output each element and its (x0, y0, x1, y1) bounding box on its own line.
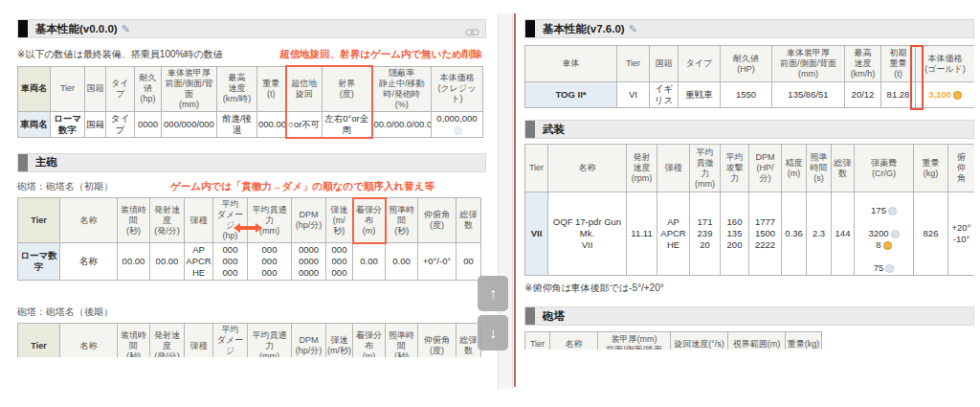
column-header: 名称 (548, 145, 627, 192)
credit-coin-icon (454, 126, 462, 135)
section-header-main-gun: 主砲 (17, 153, 486, 172)
column-header: Tier (18, 324, 60, 358)
column-header: 国籍 (85, 66, 106, 111)
scroll-down-button[interactable]: ↓ (478, 315, 508, 350)
column-header: 本体価格 (クレジット) (432, 66, 483, 111)
section-header-turret: 砲塔 (524, 306, 974, 326)
section-title: 武装 (543, 123, 565, 137)
column-header: 装填時間 (秒) (118, 324, 150, 358)
column-header: 本体価格 (ゴールド) (916, 46, 975, 82)
column-header: 重量(kg) (786, 332, 822, 350)
permalink-icon[interactable] (465, 24, 479, 41)
gun-table-early: Tier 名称 装填時間 (秒) 発射速度 (発/分) 弾種 平均 ダメージ (… (17, 197, 481, 282)
row-header: ローマ数字 (18, 243, 60, 281)
table-cell: 0.36 (782, 192, 807, 276)
ammo-cost-apcr: 3200 (868, 228, 888, 238)
turret-table: Tier 名称 装甲厚(mm) 前面/側面/後面 旋回速度(°/s) 視界範囲(… (524, 331, 822, 350)
column-header: 平均貫通力 (mm) (248, 198, 292, 243)
column-header: Tier (525, 145, 548, 192)
table-row: 車両名 ローマ数字 国籍 タイプ 0000 000/000/000 前進/後退 … (18, 111, 483, 138)
table-cell: ローマ数字 (51, 111, 85, 138)
table-cell: 11.11 (627, 192, 657, 276)
section-title: 基本性能(v7.6.0) (543, 22, 625, 36)
column-header: 照準時間 (秒) (386, 198, 418, 243)
table-cell: 144 (832, 192, 855, 276)
column-header-dispersion: 着弾分布 (m) (353, 198, 386, 243)
column-header: Tier (51, 66, 85, 111)
live-panel: 基本性能(v7.6.0) ✎ 車体 Tier 国籍 タイプ 耐久値 (HP) 車… (524, 19, 974, 350)
table-cell: 160 135 200 (721, 192, 749, 276)
column-header: 弾薬費 (Cr/G) (855, 145, 914, 192)
section-marker (18, 20, 28, 37)
scroll-up-button[interactable]: ↑ (478, 276, 508, 311)
column-header: 名称 (60, 198, 118, 243)
table-cell: 0.00 (353, 243, 386, 281)
section-header-basic-left: 基本性能(v0.0.0) ✎ (17, 19, 486, 38)
table-row: VII OQF 17-pdr Gun Mk. VII 11.11 AP APCR… (525, 192, 975, 276)
table-cell: 000 000 000 (326, 243, 353, 281)
table-cell: +0°/-0° (418, 243, 457, 281)
table-cell: 00.00 (150, 243, 185, 281)
column-header: 精度 (m) (782, 145, 807, 192)
table-row: TOG II* VI イギ リス 重戦車 1550 135/86/51 20/1… (525, 82, 975, 108)
column-header: 総弾数 (457, 198, 481, 243)
column-header: 車体装甲厚 前面/側面/背面 (mm) (772, 46, 845, 82)
table-cell: 0,000,000 (432, 111, 483, 138)
column-header: 重量 (t) (257, 66, 286, 111)
column-header: 弾種 (185, 324, 213, 358)
table-cell: 20/12 (845, 82, 881, 108)
section-header-basic-right: 基本性能(v7.6.0) ✎ (524, 19, 974, 38)
page: 基本性能(v0.0.0) ✎ ※以下の数値は最終装備、搭乗員100%時の数値 超… (0, 0, 980, 407)
table-cell: 3,100 (916, 82, 975, 108)
column-header: 平均 ダメージ (hp) (213, 324, 248, 358)
column-header: Tier (18, 198, 60, 243)
column-header: 照準 時間 (s) (807, 145, 832, 192)
table-cell: タイプ (106, 111, 135, 138)
ammo-cost-apcr-gold: 8 (876, 239, 880, 250)
column-header: 着弾分布 (m) (353, 324, 386, 358)
column-header: Tier (525, 332, 550, 350)
column-header: DPM (hp/分) (292, 198, 326, 243)
column-header: 装填時間 (秒) (118, 198, 150, 243)
table-cell: イギ リス (650, 82, 679, 108)
column-header: 仰俯角 (度) (418, 324, 457, 358)
ammo-cost-cell: 175 3200 8 75 (855, 192, 914, 276)
table-cell: 1777 1500 2222 (749, 192, 782, 276)
table-cell: 81.28 (881, 82, 916, 108)
column-header: 平均貫通力 (mm) (248, 324, 292, 358)
turret-caption-late: 砲塔：砲塔名（後期） (17, 306, 113, 317)
table-cell: 171 239 20 (690, 192, 721, 276)
weapon-table: Tier 名称 発射 速度 (rpm) 弾種 平均 貫徹 力 (mm) 平均 攻… (524, 144, 974, 276)
column-header: 旋回速度(°/s) (671, 332, 728, 350)
section-title: 基本性能(v0.0.0) (35, 22, 118, 36)
column-header: 仰俯角 (度) (418, 198, 457, 243)
credit-coin-icon (891, 230, 900, 238)
table-cell: 左右0°or全周 (323, 111, 372, 138)
column-header: 名称 (60, 324, 118, 358)
row-header: TOG II* (525, 82, 617, 108)
column-header: 耐久値 (HP) (721, 46, 772, 82)
column-header: 車両名 (18, 66, 51, 111)
template-panel: 基本性能(v0.0.0) ✎ ※以下の数値は最終装備、搭乗員100%時の数値 超… (17, 19, 498, 357)
edit-pencil-icon[interactable]: ✎ (122, 23, 130, 35)
column-header: 俯 仰 角 (948, 145, 975, 192)
column-header: 車体 (525, 46, 617, 82)
table-cell: 000 000 000 (248, 243, 292, 281)
table-row: ローマ数字 名称 00.00 00.00 AP APCR HE 000 000 … (18, 243, 481, 281)
column-header: 平均 貫徹 力 (mm) (690, 145, 721, 192)
up-arrow-icon: ↑ (489, 285, 497, 303)
edit-pencil-icon[interactable]: ✎ (629, 23, 637, 35)
section-header-weapons: 武装 (524, 120, 974, 139)
column-header: 平均 攻撃 力 (721, 145, 749, 192)
column-header: Tier (617, 46, 650, 82)
gold-coin-icon (883, 241, 892, 250)
table-cell: ○or不可 (286, 111, 323, 138)
table-cell: 前進/後退 (217, 111, 257, 138)
row-header: 車両名 (18, 111, 51, 138)
column-header: 平均 ダメージ (hp) (213, 198, 248, 243)
section-title: 砲塔 (543, 309, 565, 324)
column-header: 最高 速度 (km/時) (217, 66, 257, 111)
column-header: 総弾 数 (832, 145, 855, 192)
table-cell: 000 000 000 (213, 243, 248, 281)
table-cell: 00.0/00.0/00.0 (372, 111, 432, 138)
